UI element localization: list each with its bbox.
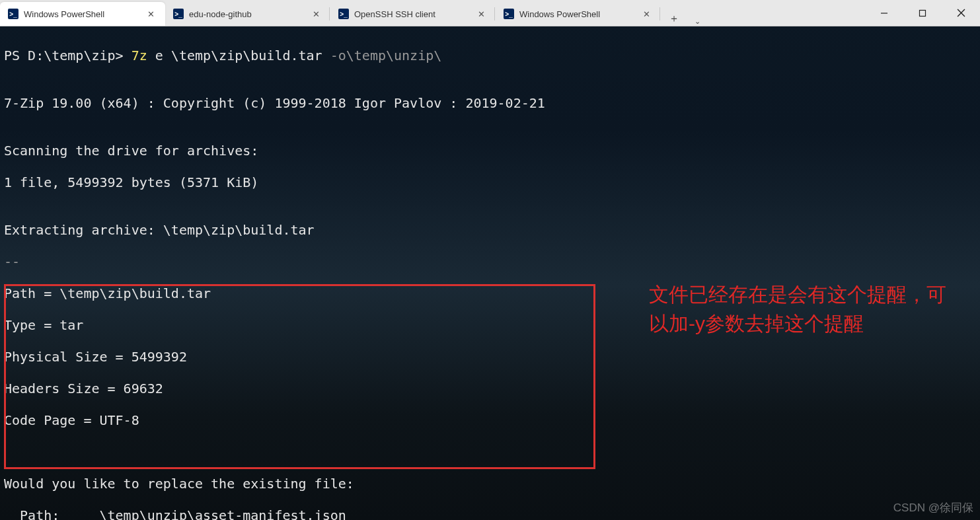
output-line: Would you like to replace the existing f… xyxy=(4,476,976,492)
powershell-icon: >_ xyxy=(173,9,184,19)
command-flags: -o\temp\unzip\ xyxy=(322,48,442,63)
window-controls xyxy=(865,0,980,26)
tab-label: OpenSSH SSH client xyxy=(354,9,470,19)
tab-label: edu-node-github xyxy=(189,9,305,19)
new-tab-button[interactable]: ＋ xyxy=(661,12,687,26)
annotation-highlight-box xyxy=(4,284,595,469)
tab-powershell-2[interactable]: >_ Windows PowerShell ✕ xyxy=(496,2,661,26)
prompt-line: PS D:\temp\zip> 7z e \temp\zip\build.tar… xyxy=(4,48,976,63)
tab-openssh[interactable]: >_ OpenSSH SSH client ✕ xyxy=(330,2,496,26)
watermark: CSDN @徐同保 xyxy=(893,500,973,516)
tab-dropdown-button[interactable]: ⌄ xyxy=(687,17,707,26)
tab-powershell-1[interactable]: >_ Windows PowerShell ✕ xyxy=(0,2,165,26)
close-icon[interactable]: ✕ xyxy=(640,8,652,20)
output-line: Path: \temp\unzip\asset-manifest.json xyxy=(4,507,976,520)
powershell-icon: >_ xyxy=(8,9,19,19)
terminal[interactable]: PS D:\temp\zip> 7z e \temp\zip\build.tar… xyxy=(0,26,980,520)
output-line: 7-Zip 19.00 (x64) : Copyright (c) 1999-2… xyxy=(4,95,976,111)
command-args: e \temp\zip\build.tar xyxy=(147,48,322,63)
powershell-icon: >_ xyxy=(338,9,349,19)
output-line: Physical Size = 5499392 xyxy=(4,349,976,365)
tab-edu-node-github[interactable]: >_ edu-node-github ✕ xyxy=(165,2,330,26)
tabs: >_ Windows PowerShell ✕ >_ edu-node-gith… xyxy=(0,0,865,26)
close-button[interactable] xyxy=(942,0,980,26)
title-bar: >_ Windows PowerShell ✕ >_ edu-node-gith… xyxy=(0,0,980,26)
output-line: -- xyxy=(4,254,976,270)
tab-label: Windows PowerShell xyxy=(519,9,635,19)
output-line: Extracting archive: \temp\zip\build.tar xyxy=(4,222,976,238)
output-line: Headers Size = 69632 xyxy=(4,381,976,396)
annotation-text: 文件已经存在是会有这个提醒，可以加-y参数去掉这个提醒 xyxy=(649,280,960,338)
close-icon[interactable]: ✕ xyxy=(475,8,487,20)
command-name: 7z xyxy=(132,48,147,63)
output-line: 1 file, 5499392 bytes (5371 KiB) xyxy=(4,174,976,190)
tab-label: Windows PowerShell xyxy=(24,9,139,19)
output-line: Code Page = UTF-8 xyxy=(4,412,976,428)
close-icon[interactable]: ✕ xyxy=(145,8,157,20)
maximize-button[interactable] xyxy=(903,0,942,26)
output-line: Scanning the drive for archives: xyxy=(4,143,976,159)
minimize-button[interactable] xyxy=(865,0,903,26)
powershell-icon: >_ xyxy=(504,9,514,19)
close-icon[interactable]: ✕ xyxy=(310,8,322,20)
svg-rect-1 xyxy=(920,10,926,16)
prompt-prefix: PS D:\temp\zip> xyxy=(4,48,132,63)
